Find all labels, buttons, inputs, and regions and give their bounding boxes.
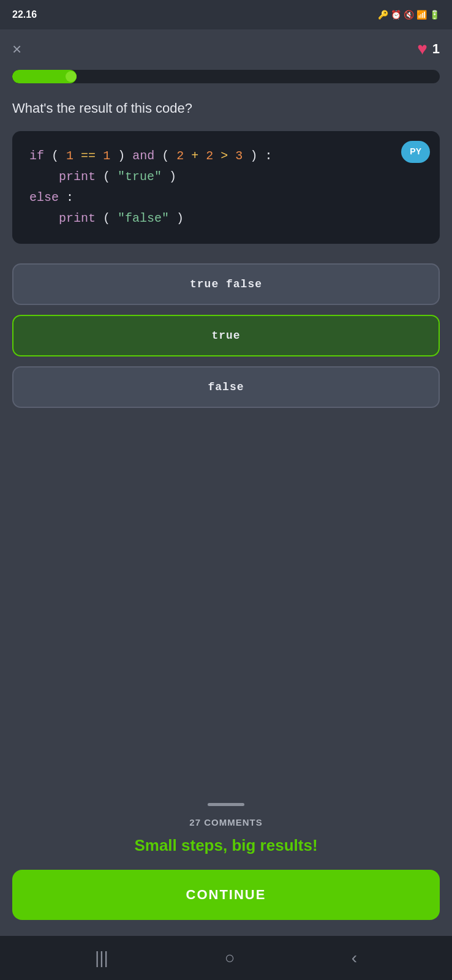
signal-icons: 🔑 ⏰ 🔇 📶 🔋 [378, 10, 440, 20]
code-line-2: print ( "true" ) [29, 167, 423, 187]
status-bar: 22.16 🔑 ⏰ 🔇 📶 🔋 [0, 0, 452, 29]
divider-line [208, 803, 244, 806]
status-time: 22.16 [12, 9, 37, 20]
options-container: true false true false [12, 263, 440, 408]
lang-badge: PY [401, 141, 430, 163]
motivational-text: Small steps, big results! [134, 836, 317, 855]
nav-bar: ||| ○ ‹ [0, 936, 452, 980]
continue-button[interactable]: CONTINUE [12, 870, 440, 920]
progress-bar-fill [12, 70, 77, 83]
nav-menu-icon[interactable]: ||| [95, 948, 108, 968]
option-true[interactable]: true [12, 315, 440, 356]
progress-bar-container [12, 70, 440, 83]
top-bar: × ♥ 1 [12, 39, 440, 59]
question-text: What's the result of this code? [12, 100, 440, 116]
option-false[interactable]: false [12, 366, 440, 408]
code-block: PY if ( 1 == 1 ) and ( 2 + 2 > 3 ) : pri… [12, 131, 440, 244]
comments-count: 27 COMMENTS [189, 817, 262, 827]
code-line-4: print ( "false" ) [29, 208, 423, 229]
keyword-if: if [29, 149, 44, 163]
nav-back-icon[interactable]: ‹ [352, 948, 357, 968]
code-line-3: else : [29, 187, 423, 208]
heart-icon: ♥ [417, 39, 428, 59]
lives-container: ♥ 1 [417, 39, 440, 59]
keyword-else: else [29, 190, 59, 205]
lives-count: 1 [432, 41, 440, 57]
status-icons: 🔑 ⏰ 🔇 📶 🔋 [378, 10, 440, 20]
option-true-false[interactable]: true false [12, 263, 440, 305]
code-line-1: if ( 1 == 1 ) and ( 2 + 2 > 3 ) : [29, 146, 423, 167]
close-button[interactable]: × [12, 41, 21, 57]
nav-home-icon[interactable]: ○ [225, 948, 235, 968]
bottom-section: 27 COMMENTS Small steps, big results! CO… [12, 803, 440, 926]
main-content: × ♥ 1 What's the result of this code? PY… [0, 29, 452, 936]
